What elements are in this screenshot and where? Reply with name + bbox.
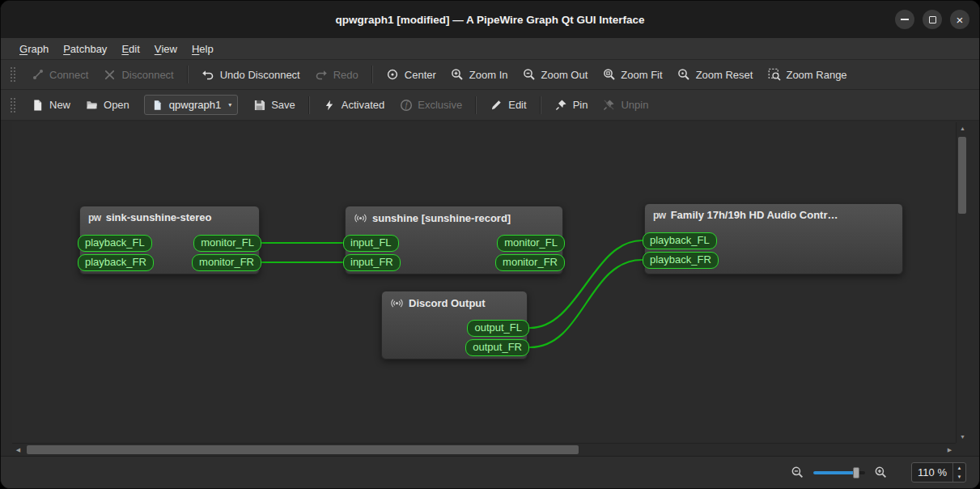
app-window: qpwgraph1 [modified] — A PipeWire Graph … — [0, 0, 980, 489]
zoom-fit-label: Zoom Fit — [621, 69, 662, 81]
toolbar-separator — [187, 66, 189, 83]
redo-icon — [315, 68, 329, 82]
broadcast-icon — [390, 296, 404, 310]
zoom-reset-button[interactable]: Zoom Reset — [670, 64, 761, 86]
port-monitor_FR[interactable]: monitor_FR — [192, 254, 261, 271]
toolbar-grip[interactable] — [11, 67, 15, 82]
activated-toggle[interactable]: Activated — [316, 94, 392, 116]
broadcast-icon — [354, 211, 367, 225]
minimize-button[interactable] — [895, 10, 914, 29]
toolbar-grip[interactable] — [11, 98, 15, 113]
save-icon — [252, 98, 266, 112]
exclusive-toggle[interactable]: f Exclusive — [392, 94, 469, 116]
pin-icon — [554, 98, 568, 112]
port-input_FR[interactable]: input_FR — [343, 254, 401, 271]
spin-down-button[interactable]: ▼ — [953, 473, 965, 483]
node-discord-output[interactable]: Discord Output output_FL output_FR — [381, 291, 528, 359]
scroll-down-button[interactable]: ▼ — [957, 431, 969, 443]
menu-view[interactable]: View — [147, 38, 185, 59]
node-family-hd-audio[interactable]: pw Family 17h/19h HD Audio Contr… playba… — [644, 203, 903, 274]
port-monitor_FL[interactable]: monitor_FL — [497, 235, 565, 252]
maximize-icon — [929, 16, 936, 23]
zoom-in-label: Zoom In — [469, 69, 508, 81]
zoom-out-button[interactable]: Zoom Out — [515, 64, 596, 86]
node-sink-sunshine-stereo[interactable]: pw sink-sunshine-stereo playback_FL play… — [79, 206, 260, 274]
node-sunshine[interactable]: sunshine [sunshine-record] input_FL inpu… — [345, 206, 563, 274]
save-button[interactable]: Save — [245, 94, 303, 116]
center-button[interactable]: Center — [379, 64, 443, 86]
port-playback_FL[interactable]: playback_FL — [78, 235, 152, 252]
scrollbar-corner — [956, 443, 968, 456]
redo-button[interactable]: Redo — [308, 64, 366, 86]
zoom-reset-label: Zoom Reset — [696, 69, 753, 81]
undo-icon — [202, 68, 215, 82]
titlebar[interactable]: qpwgraph1 [modified] — A PipeWire Graph … — [1, 1, 979, 38]
zoom-in-button[interactable]: Zoom In — [443, 64, 515, 86]
zoom-spinbox[interactable]: 110 % ▲ ▼ — [911, 462, 966, 483]
undo-disconnect-button[interactable]: Undo Disconnect — [194, 64, 308, 86]
zoom-fit-button[interactable]: Zoom Fit — [595, 64, 669, 86]
disconnect-label: Disconnect — [121, 69, 173, 81]
node-title: Discord Output — [409, 297, 486, 309]
new-button[interactable]: New — [23, 94, 78, 116]
spin-up-button[interactable]: ▲ — [953, 463, 965, 473]
zoom-in-icon[interactable] — [874, 466, 888, 479]
open-folder-icon — [85, 98, 99, 112]
h-scroll-handle[interactable] — [27, 445, 579, 454]
v-scrollbar[interactable]: ▲ ▼ — [956, 122, 968, 443]
zoom-range-icon — [767, 68, 781, 82]
port-monitor_FL[interactable]: monitor_FL — [193, 235, 261, 252]
zoom-fit-icon — [602, 68, 616, 82]
port-input_FL[interactable]: input_FL — [343, 235, 399, 252]
window-title: qpwgraph1 [modified] — A PipeWire Graph … — [1, 1, 979, 38]
menu-graph[interactable]: Graph — [12, 38, 56, 59]
port-playback_FL[interactable]: playback_FL — [643, 232, 717, 249]
port-playback_FR[interactable]: playback_FR — [78, 254, 154, 271]
center-label: Center — [405, 69, 436, 81]
zoom-reset-icon — [677, 68, 691, 82]
zoom-slider-handle[interactable] — [853, 467, 859, 478]
menu-patchbay[interactable]: Patchbay — [56, 38, 114, 59]
scroll-left-button[interactable]: ◀ — [12, 444, 24, 456]
menu-edit[interactable]: Edit — [114, 38, 146, 59]
patchbay-combo-value: qpwgraph1 — [169, 99, 221, 111]
maximize-button[interactable] — [923, 10, 942, 29]
connect-icon — [31, 68, 45, 82]
center-icon — [386, 68, 400, 82]
pin-button[interactable]: Pin — [547, 94, 596, 116]
h-scroll-track[interactable] — [24, 444, 944, 456]
node-header: pw Family 17h/19h HD Audio Contr… — [645, 204, 902, 221]
zoom-slider-fill — [813, 471, 855, 474]
node-title: sunshine [sunshine-record] — [372, 212, 511, 224]
open-button[interactable]: Open — [78, 94, 137, 116]
scroll-right-button[interactable]: ▶ — [944, 444, 956, 456]
exclusive-icon: f — [399, 98, 413, 112]
node-header: pw sink-sunshine-stereo — [80, 206, 259, 223]
v-scroll-track[interactable] — [957, 134, 968, 431]
menu-help[interactable]: Help — [185, 38, 221, 59]
node-title: sink-sunshine-stereo — [106, 211, 212, 223]
port-output_FR[interactable]: output_FR — [465, 339, 529, 356]
unpin-button[interactable]: Unpin — [595, 94, 655, 116]
connect-label: Connect — [49, 69, 88, 81]
scroll-up-button[interactable]: ▲ — [957, 122, 969, 134]
port-playback_FR[interactable]: playback_FR — [643, 252, 719, 269]
h-scrollbar[interactable]: ◀ ▶ — [12, 443, 956, 456]
port-monitor_FR[interactable]: monitor_FR — [495, 254, 565, 271]
close-button[interactable]: × — [950, 10, 969, 29]
toolbar-separator — [371, 66, 373, 83]
connect-button[interactable]: Connect — [23, 64, 95, 86]
zoom-slider[interactable] — [813, 466, 865, 480]
graph-canvas[interactable]: pw sink-sunshine-stereo playback_FL play… — [12, 122, 956, 443]
edit-toggle[interactable]: Edit — [482, 94, 533, 116]
v-scroll-handle[interactable] — [958, 137, 966, 214]
disconnect-button[interactable]: Disconnect — [95, 64, 180, 86]
connection-wires[interactable] — [12, 122, 956, 443]
new-file-icon — [31, 98, 45, 112]
zoom-range-button[interactable]: Zoom Range — [760, 64, 854, 86]
port-output_FL[interactable]: output_FL — [467, 320, 529, 337]
zoom-out-icon[interactable] — [791, 466, 804, 479]
patchbay-combo[interactable]: qpwgraph1 ▾ — [144, 95, 238, 115]
save-label: Save — [271, 99, 295, 111]
node-title: Family 17h/19h HD Audio Contr… — [671, 209, 838, 221]
